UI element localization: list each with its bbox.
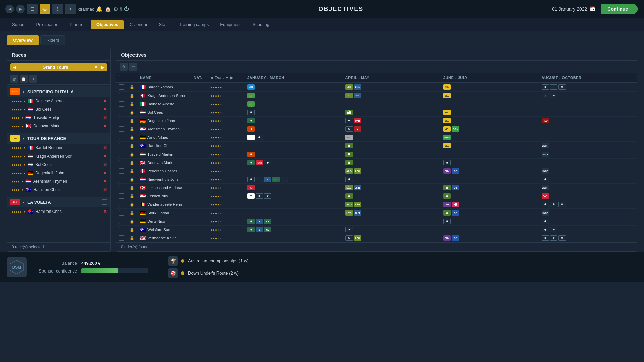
subtab-overview[interactable]: Overview	[7, 35, 39, 45]
calendar-icon[interactable]: 📅	[590, 6, 595, 12]
rider-name: Welsford Sam	[147, 228, 171, 232]
timer-icon[interactable]: ⏱	[52, 4, 63, 14]
row-checkbox[interactable]	[119, 135, 124, 140]
remove-btn[interactable]: ✕	[103, 145, 107, 150]
list-item: ●●●● ● 🇬🇧 Donovan Mark ✕	[7, 122, 110, 130]
grand-tours-selector[interactable]: ◀ Grand Tours ▼ ▶	[10, 63, 107, 71]
obj-status-dot	[181, 272, 184, 275]
delete-icon[interactable]: 🗑	[10, 75, 18, 83]
delete-obj-icon[interactable]: 🗑	[120, 63, 128, 71]
row-checkbox[interactable]	[119, 235, 124, 241]
remove-btn[interactable]: ✕	[103, 209, 107, 214]
row-checkbox[interactable]	[119, 93, 124, 98]
row-checkbox[interactable]	[119, 101, 124, 107]
tdf-checkbox[interactable]	[102, 136, 107, 141]
row-checkbox[interactable]	[119, 193, 124, 199]
selector-arrow-right[interactable]: ▶	[101, 65, 104, 70]
sponsor-row: Sponsor confidence	[34, 268, 148, 274]
table-row: 🔒 🇩🇪Denz Nico ●●●●● ◈3C3 ◉ ◉	[116, 217, 637, 226]
remove-btn[interactable]: ✕	[103, 107, 107, 112]
remove-btn[interactable]: ✕	[103, 170, 107, 176]
table-row: 🔒 🇩🇪Arndt Nikias ●●●●● T◉ W21 GRN	[116, 133, 637, 142]
row-checkbox[interactable]	[119, 84, 124, 90]
lock-icon: 🔒	[130, 194, 135, 198]
lock-icon: 🔒	[130, 202, 135, 206]
tab-preseason[interactable]: Pre-season	[31, 20, 64, 29]
edit-obj-icon[interactable]: ✏	[129, 63, 137, 71]
tab-calendar[interactable]: Calendar	[124, 20, 153, 29]
balance-label: Balance	[34, 261, 77, 266]
race-section-vuelta-header[interactable]: LA V ● LA VUELTA	[7, 197, 110, 207]
th-aug-oct: AUGUST - OCTOBER	[539, 73, 637, 83]
row-checkbox[interactable]	[119, 202, 124, 207]
th-jun-jul: JUNE - JULY	[441, 73, 539, 83]
lock-icon: 🔒	[130, 110, 135, 114]
list-item: ●●●● ● 🇳🇱 Arensman Thymen ✕	[7, 177, 110, 186]
info-icon[interactable]: ℹ	[120, 6, 122, 12]
copy-icon[interactable]: 📋	[20, 75, 28, 83]
objective-item: 🏆 Australian championships (1 w)	[168, 256, 637, 266]
th-apr-may: APRIL - MAY	[343, 73, 441, 83]
forward-button[interactable]: ▶	[16, 5, 25, 13]
table-row: 🔒 🇩🇰Kragh Andersen Søren ●●●●● 🌴 LÈG2021…	[116, 92, 637, 100]
back-button[interactable]: ◀	[5, 5, 14, 13]
vuelta-name: LA VUELTA	[27, 200, 99, 205]
home-icon[interactable]: 🏠	[105, 6, 111, 12]
table-row: 🔒 🇬🇧Donovan Mark ●●●●● ◆PAR◉ 🏔 ◉	[116, 159, 637, 167]
globe-icon[interactable]: ✦	[65, 4, 76, 14]
objectives-nav-icon[interactable]: ⊕	[40, 4, 50, 14]
page-title-area: OBJECTIVES	[318, 6, 363, 13]
selector-arrow-left[interactable]: ◀	[13, 65, 16, 70]
lock-icon: 🔒	[130, 219, 135, 223]
continue-button[interactable]: Continue	[601, 4, 639, 14]
vuelta-checkbox[interactable]	[102, 199, 107, 205]
balance-value: 449,200 €	[81, 261, 101, 266]
row-checkbox[interactable]	[119, 160, 124, 165]
remove-btn[interactable]: ✕	[103, 98, 107, 104]
race-section-giro-header[interactable]: GIRO ● SUPERGIRO DI ITALIA	[7, 86, 110, 97]
remove-btn[interactable]: ✕	[103, 187, 107, 192]
row-checkbox[interactable]	[119, 210, 124, 216]
row-checkbox[interactable]	[119, 177, 124, 182]
lock-icon: 🔒	[130, 236, 135, 240]
row-checkbox[interactable]	[119, 168, 124, 174]
right-panel: Objectives 🗑 ✏ NAME NAT. ◀Eval.▼▶	[116, 48, 637, 252]
row-checkbox[interactable]	[119, 152, 124, 157]
bell-icon[interactable]: 🔔	[96, 6, 103, 12]
remove-btn[interactable]: ✕	[103, 115, 107, 120]
top-bar: ◀ ▶ ☰ ⊕ ⏱ ✦ xsannac 🔔 🏠 ⚙ ℹ ⏻ OBJECTIVES…	[0, 0, 644, 18]
row-checkbox[interactable]	[119, 227, 124, 232]
power-icon[interactable]: ⏻	[124, 6, 129, 12]
tab-staff[interactable]: Staff	[153, 20, 173, 29]
rider-name: Arensman Thymen	[147, 127, 180, 131]
row-checkbox[interactable]	[119, 185, 124, 190]
row-checkbox[interactable]	[119, 143, 124, 148]
row-checkbox[interactable]	[119, 110, 124, 115]
tab-training-camps[interactable]: Training camps	[174, 20, 214, 29]
subtab-riders[interactable]: Riders	[40, 35, 66, 45]
add-icon[interactable]: ＋	[29, 75, 37, 83]
tab-scouting[interactable]: Scouting	[247, 20, 275, 29]
remove-btn[interactable]: ✕	[103, 123, 107, 129]
tab-squad[interactable]: Squad	[7, 20, 30, 29]
list-item: ●●●● ● 🇦🇺 Hamilton Chris ✕	[7, 186, 110, 194]
remove-btn[interactable]: ✕	[103, 154, 107, 159]
giro-checkbox[interactable]	[102, 89, 107, 94]
date-display: 01 January 2022 📅	[552, 6, 595, 12]
lock-icon: 🔒	[130, 152, 135, 156]
tab-objectives[interactable]: Objectives	[91, 20, 124, 29]
race-section-tdf-header[interactable]: TDF ● TOUR DE FRANCE	[7, 133, 110, 144]
settings-icon[interactable]: ⚙	[113, 6, 118, 12]
th-checkbox	[116, 73, 127, 83]
remove-btn[interactable]: ✕	[103, 179, 107, 184]
tab-planner[interactable]: Planner	[64, 20, 90, 29]
row-checkbox[interactable]	[119, 219, 124, 224]
remove-btn[interactable]: ✕	[103, 162, 107, 167]
th-eval[interactable]: ◀Eval.▼▶	[208, 73, 245, 83]
row-checkbox[interactable]	[119, 118, 124, 123]
tab-equipment[interactable]: Equipment	[215, 20, 246, 29]
menu-icon[interactable]: ☰	[27, 4, 38, 14]
selector-dropdown[interactable]: ▼	[94, 65, 98, 70]
races-label: Races	[12, 52, 26, 58]
row-checkbox[interactable]	[119, 126, 124, 132]
